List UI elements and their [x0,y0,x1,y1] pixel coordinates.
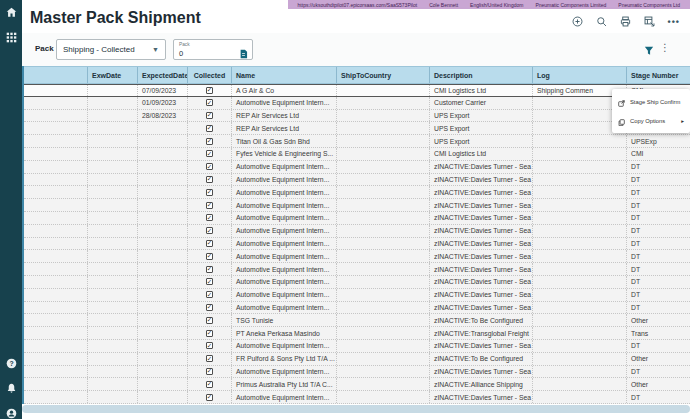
collected-checkbox[interactable]: ✓ [206,342,213,349]
column-header-ExpectedDate[interactable]: ExpectedDate [138,67,188,83]
column-header-ShipToCountry[interactable]: ShipToCountry [337,67,430,83]
table-row[interactable]: ✓Automotive Equipment Intern...zINACTIVE… [24,199,690,212]
pack-search-icon[interactable] [239,45,248,63]
collected-checkbox[interactable]: ✓ [206,163,213,170]
context-menu-item-stage-ship-confirm[interactable]: Stage Ship Confirm [612,92,690,111]
table-row[interactable]: ✓Automotive Equipment Intern...zINACTIVE… [24,212,690,225]
collected-checkbox[interactable]: ✓ [206,202,213,209]
column-header-ExwDate[interactable]: ExwDate [88,67,138,83]
collected-checkbox[interactable]: ✓ [206,394,213,401]
table-row[interactable]: ✓Automotive Equipment Intern...zINACTIVE… [24,340,690,353]
cell-exw [88,199,138,211]
collected-checkbox[interactable]: ✓ [206,330,213,337]
cell-stage: DT [627,302,690,314]
cell-description: zINACTIVE:Davies Turner - Sea [430,225,533,237]
collected-checkbox[interactable]: ✓ [206,99,213,106]
collected-checkbox[interactable]: ✓ [206,112,213,119]
horizontal-scrollbar[interactable] [22,405,690,413]
table-row[interactable]: ✓Automotive Equipment Intern...zINACTIVE… [24,161,690,174]
cell-expected [138,238,188,250]
column-header-Stage Number[interactable]: Stage Number [627,67,690,83]
collected-checkbox[interactable]: ✓ [206,304,213,311]
cell-log [533,289,627,301]
column-header-Log[interactable]: Log [533,67,627,83]
pack-number-field[interactable]: Pack 0 [173,39,253,60]
cell-sel [24,366,88,378]
cell-description: zINACTIVE:Davies Turner - Sea [430,199,533,211]
cell-collected: ✓ [188,225,232,237]
table-row[interactable]: 07/09/2023✓A G Air & CoCMI Logistics Ltd… [24,84,690,97]
help-icon[interactable]: ? [5,357,17,369]
cell-exw [88,276,138,288]
pack-label: Pack [35,44,54,53]
cell-stage: DT [627,263,690,275]
account-icon[interactable] [5,407,17,419]
pack-status-select[interactable]: Shipping - Collected ▼ [56,39,166,60]
cell-stage: CMI [627,148,690,160]
collected-checkbox[interactable]: ✓ [206,317,213,324]
collected-checkbox[interactable]: ✓ [206,355,213,362]
column-header-Collected[interactable]: Collected [188,67,232,83]
filter-icon[interactable] [644,42,654,60]
collected-checkbox[interactable]: ✓ [206,291,213,298]
table-row[interactable]: ✓Titan Oil & Gas Sdn BhdUPS ExportUPSExp [24,135,690,148]
cell-name: Automotive Equipment Intern... [232,302,337,314]
cell-name: TSG Tunisie [232,314,337,326]
collected-checkbox[interactable]: ✓ [206,138,213,145]
notifications-bell-icon[interactable] [5,382,17,394]
collected-checkbox[interactable]: ✓ [206,253,213,260]
table-row[interactable]: ✓REP Air Services LtdUPS Export [24,122,690,135]
print-icon[interactable] [620,16,631,27]
kebab-menu-icon[interactable]: ⋮ [660,40,670,55]
cell-log [533,353,627,365]
overflow-menu-icon[interactable]: ••• [668,19,680,25]
table-row[interactable]: ✓Automotive Equipment Intern...zINACTIVE… [24,174,690,187]
collected-checkbox[interactable]: ✓ [206,125,213,132]
column-header-Description[interactable]: Description [430,67,533,83]
context-menu-item-copy-options[interactable]: Copy Options▸ [612,111,690,130]
table-row[interactable]: ✓PT Aneka Perkasa MasindozINACTIVE:Trans… [24,327,690,340]
pack-field-label: Pack [179,42,190,47]
table-row[interactable]: ✓FR Pulford & Sons Pty Ltd T/A ...zINACT… [24,353,690,366]
collected-checkbox[interactable]: ✓ [206,189,213,196]
cell-collected: ✓ [188,327,232,339]
apps-grid-icon[interactable] [5,31,17,43]
table-row[interactable]: ✓TSG TunisiezINACTIVE:To Be ConfiguredOt… [24,314,690,327]
cell-country [337,238,430,250]
column-header-row-selector[interactable] [24,67,88,83]
table-row[interactable]: ✓Automotive Equipment Intern...zINACTIVE… [24,238,690,251]
table-row[interactable]: 01/09/2023✓Automotive Equipment Intern..… [24,97,690,110]
add-circle-icon[interactable] [572,16,583,27]
collected-checkbox[interactable]: ✓ [206,176,213,183]
cell-sel [24,391,88,403]
collected-checkbox[interactable]: ✓ [206,150,213,157]
table-row[interactable]: ✓Automotive Equipment Intern...zINACTIVE… [24,263,690,276]
table-row[interactable]: ✓Automotive Equipment Intern...zINACTIVE… [24,366,690,379]
table-row[interactable]: ✓Automotive Equipment Intern...zINACTIVE… [24,186,690,199]
search-icon[interactable] [596,16,607,27]
table-row[interactable]: 28/08/2023✓REP Air Services LtdUPS Expor… [24,110,690,123]
home-icon[interactable] [5,6,17,18]
table-row[interactable]: ✓Automotive Equipment Intern...zINACTIVE… [24,391,690,404]
collected-checkbox[interactable]: ✓ [206,368,213,375]
collected-checkbox[interactable]: ✓ [206,87,213,94]
table-row[interactable]: ✓Fyfes Vehicle & Engineering S...CMI Log… [24,148,690,161]
collected-checkbox[interactable]: ✓ [206,381,213,388]
cell-exw [88,327,138,339]
collected-checkbox[interactable]: ✓ [206,278,213,285]
cell-name: Automotive Equipment Intern... [232,161,337,173]
table-row[interactable]: ✓Automotive Equipment Intern...zINACTIVE… [24,276,690,289]
cell-name: Automotive Equipment Intern... [232,391,337,403]
table-row[interactable]: ✓Primus Australia Pty Ltd T/A C...zINACT… [24,378,690,391]
column-header-Name[interactable]: Name [232,67,337,83]
table-row[interactable]: ✓Automotive Equipment Intern...zINACTIVE… [24,302,690,315]
collected-checkbox[interactable]: ✓ [206,227,213,234]
cell-sel [24,238,88,250]
table-row[interactable]: ✓Automotive Equipment Intern...zINACTIVE… [24,250,690,263]
export-icon[interactable] [644,16,655,27]
table-row[interactable]: ✓Automotive Equipment Intern...zINACTIVE… [24,289,690,302]
collected-checkbox[interactable]: ✓ [206,240,213,247]
collected-checkbox[interactable]: ✓ [206,266,213,273]
table-row[interactable]: ✓Automotive Equipment Intern...zINACTIVE… [24,225,690,238]
collected-checkbox[interactable]: ✓ [206,214,213,221]
